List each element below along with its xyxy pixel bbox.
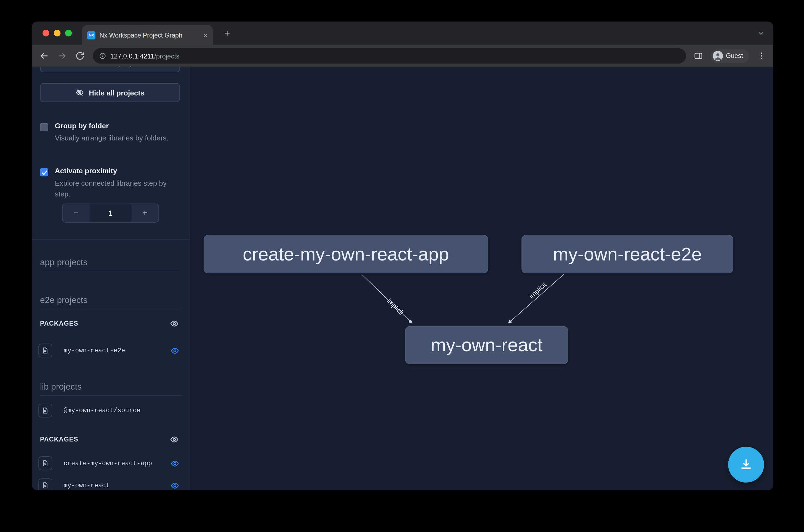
new-tab-button[interactable]: + (221, 27, 234, 40)
address-bar[interactable]: 127.0.0.1:4211/projects (93, 48, 686, 64)
proximity-decrement-button[interactable]: − (63, 204, 90, 222)
graph-edges: implicit implicit (190, 67, 773, 490)
tab-close-icon[interactable]: × (203, 31, 208, 39)
eye-slash-icon (76, 88, 84, 97)
edge-implicit (509, 274, 564, 323)
group-by-folder-description: Visually arrange libraries by folders. (55, 133, 184, 144)
edge-label-implicit: implicit (386, 297, 406, 317)
graph-node[interactable]: create-my-own-react-app (204, 235, 488, 273)
project-name: my-own-react-e2e (63, 347, 125, 354)
activate-proximity-description: Explore connected libraries step by step… (55, 178, 184, 200)
desktop: Nx Nx Workspace Project Graph × + (0, 0, 804, 532)
show-all-projects-label: Show all projects (87, 67, 146, 67)
nx-logo-icon: Nx (87, 31, 95, 39)
graph-node[interactable]: my-own-react-e2e (521, 235, 733, 273)
project-file-icon (38, 404, 52, 417)
eye-icon (74, 67, 82, 67)
proximity-increment-button[interactable]: + (131, 204, 159, 222)
download-graph-button[interactable] (728, 447, 764, 482)
hide-all-projects-button[interactable]: Hide all projects (40, 83, 180, 102)
project-file-icon (38, 344, 52, 357)
url-text: 127.0.0.1:4211/projects (110, 52, 179, 60)
graph-node-label: my-own-react-e2e (553, 243, 702, 265)
tab-title: Nx Workspace Project Graph (100, 32, 199, 39)
packages-heading-lib: PACKAGES (40, 436, 78, 443)
profile-button[interactable]: Guest (710, 49, 749, 63)
edge-implicit (362, 274, 412, 323)
toggle-packages-visibility-icon[interactable] (170, 319, 179, 328)
show-all-projects-button[interactable]: Show all projects (40, 67, 180, 72)
forward-button[interactable] (57, 51, 67, 61)
project-row[interactable]: my-own-react (38, 478, 184, 490)
project-graph-canvas[interactable]: implicit implicit create-my-own-react-ap… (190, 67, 773, 490)
graph-node[interactable]: my-own-react (405, 326, 568, 364)
graph-node-label: create-my-own-react-app (243, 243, 449, 265)
browser-toolbar: 127.0.0.1:4211/projects Guest (32, 45, 773, 67)
project-row[interactable]: @my-own-react/source (38, 404, 184, 418)
sidebar: Show all projects Hide all projects Grou… (32, 67, 190, 490)
tab-strip: Nx Nx Workspace Project Graph × + (32, 21, 773, 45)
page-content: Show all projects Hide all projects Grou… (32, 67, 773, 490)
project-name: @my-own-react/source (63, 407, 140, 415)
minimize-window-button[interactable] (54, 30, 60, 36)
close-window-button[interactable] (42, 30, 49, 36)
reload-button[interactable] (75, 51, 85, 61)
profile-label: Guest (726, 53, 743, 60)
page-info-icon[interactable] (99, 53, 106, 60)
focus-project-eye-icon[interactable] (170, 481, 179, 490)
app-projects-heading: app projects (40, 258, 182, 271)
url-host: 127.0.0.1:4211 (110, 52, 154, 60)
e2e-projects-heading: e2e projects (40, 295, 182, 309)
group-by-folder-checkbox[interactable] (40, 123, 48, 131)
tab-search-chevron-icon[interactable] (757, 29, 765, 38)
browser-tab[interactable]: Nx Nx Workspace Project Graph × (82, 25, 213, 45)
project-row[interactable]: my-own-react-e2e (38, 344, 184, 358)
project-row[interactable]: create-my-own-react-app (38, 456, 184, 471)
graph-node-label: my-own-react (431, 335, 542, 356)
back-button[interactable] (39, 51, 49, 61)
focus-project-eye-icon[interactable] (170, 346, 179, 355)
focus-project-eye-icon[interactable] (170, 459, 179, 468)
maximize-window-button[interactable] (65, 30, 72, 36)
proximity-value: 1 (90, 204, 131, 222)
project-name: my-own-react (63, 482, 110, 489)
activate-proximity-checkbox[interactable] (40, 168, 48, 176)
side-panel-icon[interactable] (694, 51, 703, 60)
packages-heading-e2e: PACKAGES (40, 320, 78, 327)
proximity-stepper: − 1 + (62, 204, 159, 223)
group-by-folder-label: Group by folder (55, 121, 109, 130)
lib-projects-heading: lib projects (40, 382, 182, 396)
browser-window: Nx Nx Workspace Project Graph × + (32, 21, 773, 490)
project-name: create-my-own-react-app (63, 460, 152, 467)
window-controls (42, 30, 72, 36)
project-file-icon (38, 478, 52, 490)
project-file-icon (38, 456, 52, 470)
divider (32, 239, 190, 240)
download-icon (738, 457, 754, 472)
avatar-icon (713, 51, 723, 61)
url-path: /projects (154, 52, 179, 60)
browser-menu-icon[interactable] (757, 51, 766, 60)
toggle-packages-visibility-icon[interactable] (170, 435, 179, 444)
activate-proximity-label: Activate proximity (55, 167, 117, 175)
hide-all-projects-label: Hide all projects (89, 89, 144, 97)
